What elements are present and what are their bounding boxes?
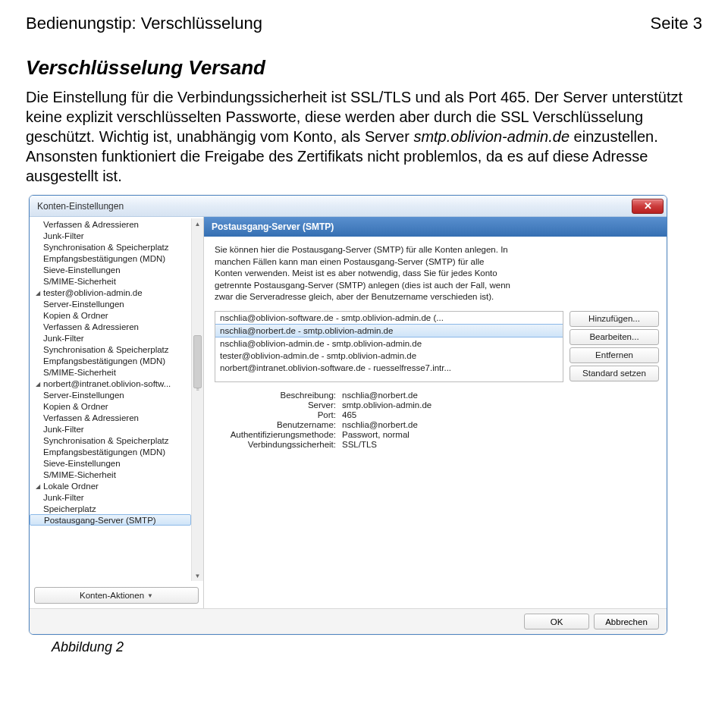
doc-title: Bedienungstip: Verschlüsselung: [26, 14, 262, 33]
section-heading: Verschlüsselung Versand: [26, 56, 702, 80]
tree-item-label: tester@oblivion-admin.de: [43, 288, 143, 297]
detail-row: Beschreibung:nschlia@norbert.de: [215, 391, 656, 400]
smtp-list-row[interactable]: norbert@intranet.oblivion-software.de - …: [215, 362, 563, 374]
smtp-list-row-text: nschlia@oblivion-admin.de - smtp.oblivio…: [220, 339, 422, 348]
remove-button[interactable]: Entfernen: [570, 347, 659, 363]
scroll-down-icon[interactable]: ▼: [192, 570, 203, 581]
tree-item-label: Junk-Filter: [43, 493, 84, 502]
settings-tree-node[interactable]: Verfassen & Adressieren: [30, 218, 191, 230]
edit-button-label: Bearbeiten...: [589, 332, 639, 341]
tree-item-label: Sieve-Einstellungen: [43, 265, 121, 275]
detail-value: 465: [342, 410, 656, 419]
detail-value: nschlia@norbert.de: [342, 391, 656, 400]
smtp-list-row[interactable]: tester@oblivion-admin.de - smtp.oblivion…: [215, 350, 563, 362]
settings-tree-node[interactable]: Junk-Filter: [30, 423, 191, 435]
tree-item-label: Kopien & Ordner: [43, 402, 108, 411]
sidebar-scrollbar[interactable]: ▲ ≡ ▼: [191, 218, 203, 581]
add-button[interactable]: Hinzufügen...: [570, 311, 659, 327]
settings-tree-node[interactable]: Synchronisation & Speicherplatz: [30, 344, 191, 355]
smtp-list-row-text: tester@oblivion-admin.de - smtp.oblivion…: [220, 351, 416, 360]
set-default-button-label: Standard setzen: [582, 369, 646, 378]
tree-item-label: Postausgang-Server (SMTP): [44, 516, 156, 525]
tree-item-label: Verfassen & Adressieren: [43, 413, 139, 422]
tree-item-label: Verfassen & Adressieren: [43, 322, 139, 331]
settings-tree-node[interactable]: Speicherplatz: [30, 503, 191, 514]
scroll-grip-icon: ≡: [194, 387, 201, 391]
settings-tree-node[interactable]: Kopien & Ordner: [30, 400, 191, 412]
settings-tree-node[interactable]: Server-Einstellungen: [30, 298, 191, 309]
scroll-up-icon[interactable]: ▲: [192, 218, 203, 229]
scroll-track[interactable]: ≡: [192, 229, 203, 570]
smtp-list-row-text: norbert@intranet.oblivion-software.de - …: [220, 363, 451, 372]
pane-description: Sie können hier die Postausgang-Server (…: [204, 237, 522, 308]
smtp-list-row[interactable]: nschlia@oblivion-admin.de - smtp.oblivio…: [215, 337, 563, 350]
close-button[interactable]: ✕: [632, 199, 664, 214]
main-pane: Postausgang-Server (SMTP) Sie können hie…: [204, 217, 667, 608]
detail-row: Server:smtp.oblivion-admin.de: [215, 400, 656, 410]
settings-tree-node[interactable]: Junk-Filter: [30, 491, 191, 503]
set-default-button[interactable]: Standard setzen: [570, 366, 659, 381]
smtp-buttons: Hinzufügen... Bearbeiten... Entfernen St…: [570, 311, 659, 382]
settings-tree-node[interactable]: Synchronisation & Speicherplatz: [30, 241, 191, 253]
settings-tree-node[interactable]: Postausgang-Server (SMTP): [30, 514, 191, 526]
settings-tree-node[interactable]: Junk-Filter: [30, 230, 191, 241]
account-settings-dialog: Konten-Einstellungen ✕ Verfassen & Adres…: [29, 195, 667, 635]
settings-tree-node[interactable]: Junk-Filter: [30, 332, 191, 344]
settings-tree-node[interactable]: Synchronisation & Speicherplatz: [30, 435, 191, 446]
detail-value: Passwort, normal: [342, 430, 656, 439]
scroll-thumb[interactable]: [193, 335, 202, 388]
smtp-server-block: nschlia@oblivion-software.de - smtp.obli…: [204, 308, 667, 384]
pane-header: Postausgang-Server (SMTP): [204, 217, 667, 237]
account-tree-node[interactable]: norbert@intranet.oblivion-softw...: [30, 378, 191, 389]
titlebar[interactable]: Konten-Einstellungen ✕: [30, 196, 667, 217]
tree-item-label: Server-Einstellungen: [43, 300, 124, 309]
settings-tree-node[interactable]: S/MIME-Sicherheit: [30, 366, 191, 378]
settings-tree-node[interactable]: Server-Einstellungen: [30, 389, 191, 400]
settings-tree-node[interactable]: Sieve-Einstellungen: [30, 264, 191, 275]
detail-label: Beschreibung:: [215, 391, 342, 400]
cancel-button[interactable]: Abbrechen: [594, 614, 659, 629]
remove-button-label: Entfernen: [595, 350, 633, 359]
tree-item-label: Empfangsbestätigungen (MDN): [43, 254, 165, 263]
detail-label: Server:: [215, 400, 342, 410]
tree-item-label: Junk-Filter: [43, 425, 84, 434]
settings-tree-node[interactable]: Empfangsbestätigungen (MDN): [30, 355, 191, 366]
smtp-server-list[interactable]: nschlia@oblivion-software.de - smtp.obli…: [215, 311, 563, 382]
detail-label: Verbindungssicherheit:: [215, 440, 342, 449]
chevron-down-icon: ▼: [147, 592, 153, 599]
tree-item-label: Kopien & Ordner: [43, 311, 108, 320]
smtp-list-row[interactable]: nschlia@norbert.de - smtp.oblivion-admin…: [215, 324, 563, 337]
tree-item-label: S/MIME-Sicherheit: [43, 470, 116, 479]
ok-button[interactable]: OK: [524, 614, 589, 629]
settings-tree-node[interactable]: Sieve-Einstellungen: [30, 457, 191, 469]
tree-item-label: Synchronisation & Speicherplatz: [43, 243, 169, 252]
detail-value: nschlia@norbert.de: [342, 420, 656, 429]
detail-row: Port:465: [215, 410, 656, 419]
account-tree-node[interactable]: tester@oblivion-admin.de: [30, 287, 191, 298]
smtp-list-row[interactable]: nschlia@oblivion-software.de - smtp.obli…: [215, 312, 563, 324]
doc-page: Seite 3: [651, 14, 703, 33]
account-tree-node[interactable]: Lokale Ordner: [30, 480, 191, 491]
settings-tree-node[interactable]: Empfangsbestätigungen (MDN): [30, 446, 191, 457]
settings-tree-node[interactable]: S/MIME-Sicherheit: [30, 469, 191, 480]
para-server-name: smtp.oblivion-admin.de: [413, 128, 570, 145]
tree-item-label: S/MIME-Sicherheit: [43, 277, 116, 286]
intro-paragraph: Die Einstellung für die Verbindungssiche…: [26, 87, 702, 186]
edit-button[interactable]: Bearbeiten...: [570, 329, 659, 345]
settings-tree-node[interactable]: Verfassen & Adressieren: [30, 412, 191, 423]
tree-item-label: norbert@intranet.oblivion-softw...: [43, 379, 171, 388]
settings-tree-node[interactable]: Kopien & Ordner: [30, 309, 191, 321]
account-actions-label: Konten-Aktionen: [80, 591, 144, 600]
tree-item-label: Synchronisation & Speicherplatz: [43, 345, 169, 354]
smtp-server-details: Beschreibung:nschlia@norbert.deServer:sm…: [204, 384, 667, 456]
account-actions-button[interactable]: Konten-Aktionen ▼: [34, 587, 199, 604]
tree-item-label: Speicherplatz: [43, 504, 96, 513]
settings-tree-node[interactable]: Verfassen & Adressieren: [30, 321, 191, 332]
tree-item-label: Empfangsbestätigungen (MDN): [43, 356, 165, 366]
detail-label: Port:: [215, 410, 342, 419]
settings-tree-node[interactable]: S/MIME-Sicherheit: [30, 275, 191, 287]
dialog-footer: OK Abbrechen: [30, 608, 667, 634]
settings-tree-node[interactable]: Empfangsbestätigungen (MDN): [30, 253, 191, 264]
detail-label: Benutzername:: [215, 420, 342, 429]
tree-item-label: Junk-Filter: [43, 231, 84, 240]
